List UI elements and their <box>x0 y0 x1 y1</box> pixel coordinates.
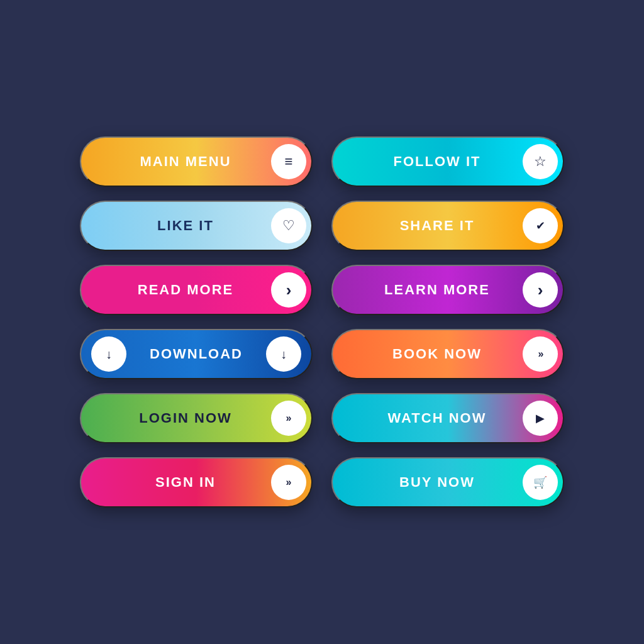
read-more-label: READ MORE <box>100 282 271 298</box>
watch-now-button[interactable]: WATCH NOW ▶ <box>331 393 564 443</box>
login-arrow-icon: » <box>271 401 306 436</box>
arrow-right-icon-2: › <box>523 272 558 308</box>
download-icon-left: ↓ <box>91 336 126 372</box>
like-it-label: LIKE IT <box>100 218 271 234</box>
play-icon: ▶ <box>523 401 558 436</box>
book-now-label: BOOK NOW <box>352 346 523 362</box>
read-more-button[interactable]: READ MORE › <box>80 265 313 315</box>
main-menu-label: MAIN MENU <box>100 153 271 170</box>
share-icon: ✔ <box>523 208 558 243</box>
login-now-button[interactable]: LOGIN NOW » <box>80 393 313 443</box>
login-now-label: LOGIN NOW <box>100 410 271 426</box>
button-grid: MAIN MENU ≡ FOLLOW IT ☆ LIKE IT ♡ SHARE … <box>55 111 589 533</box>
main-menu-button[interactable]: MAIN MENU ≡ <box>80 136 313 187</box>
arrow-right-icon: › <box>271 272 306 308</box>
download-label: DOWNLOAD <box>126 346 266 362</box>
heart-icon: ♡ <box>271 208 306 243</box>
star-icon: ☆ <box>523 144 558 179</box>
share-it-button[interactable]: SHARE IT ✔ <box>331 201 564 251</box>
download-inner: ↓ DOWNLOAD ↓ <box>86 336 306 372</box>
main-menu-icon: ≡ <box>271 144 306 179</box>
download-button[interactable]: ↓ DOWNLOAD ↓ <box>80 329 313 379</box>
like-it-button[interactable]: LIKE IT ♡ <box>80 201 313 251</box>
follow-it-label: FOLLOW IT <box>352 153 523 170</box>
share-it-label: SHARE IT <box>352 218 523 234</box>
learn-more-label: LEARN MORE <box>352 282 523 298</box>
sign-in-arrow-icon: » <box>271 465 306 500</box>
double-arrow-icon: » <box>523 336 558 372</box>
sign-in-button[interactable]: SIGN IN » <box>80 457 313 508</box>
buy-now-label: BUY NOW <box>352 474 523 491</box>
follow-it-button[interactable]: FOLLOW IT ☆ <box>331 136 564 187</box>
watch-now-label: WATCH NOW <box>352 410 523 426</box>
sign-in-label: SIGN IN <box>100 474 271 491</box>
book-now-button[interactable]: BOOK NOW » <box>331 329 564 379</box>
download-icon-right: ↓ <box>266 336 301 372</box>
cart-icon: 🛒 <box>523 465 558 500</box>
buy-now-button[interactable]: BUY NOW 🛒 <box>331 457 564 508</box>
learn-more-button[interactable]: LEARN MORE › <box>331 265 564 315</box>
